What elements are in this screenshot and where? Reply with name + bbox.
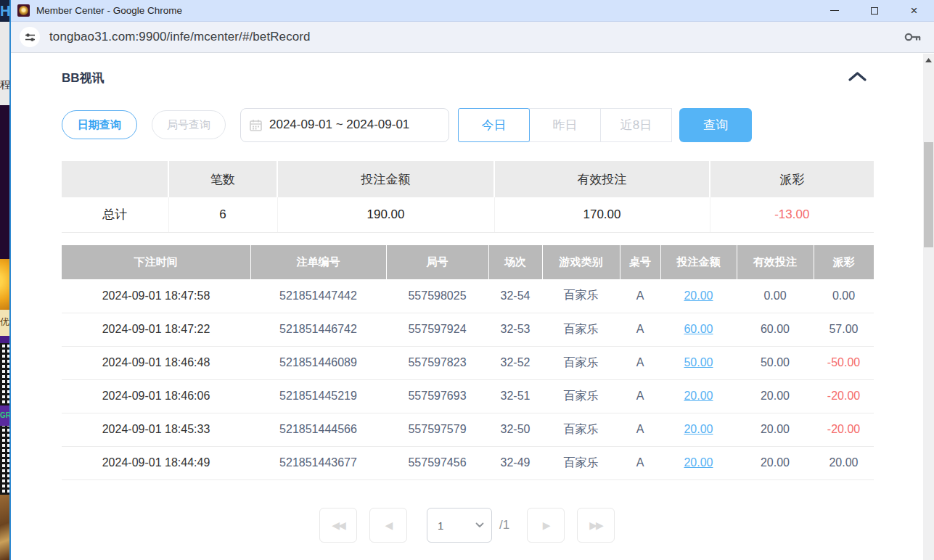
cell-table-no: A <box>620 379 660 413</box>
cell-order-no: 521851447442 <box>250 279 386 313</box>
chevron-down-icon <box>475 522 484 528</box>
cell-time: 2024-09-01 18:45:33 <box>62 413 250 446</box>
bet-amount-link[interactable]: 20.00 <box>684 423 713 435</box>
yesterday-button[interactable]: 昨日 <box>529 108 601 142</box>
cell-time: 2024-09-01 18:46:06 <box>62 379 250 413</box>
date-range-picker[interactable]: 2024-09-01 ~ 2024-09-01 <box>240 108 449 142</box>
close-button[interactable]: × <box>894 0 934 22</box>
address-bar[interactable]: tongbao31.com:9900/infe/mcenter/#/betRec… <box>11 22 934 53</box>
strip-photo <box>0 495 9 560</box>
last8days-button[interactable]: 近8日 <box>600 108 672 142</box>
cell-payout: 20.00 <box>814 446 874 479</box>
cell-payout: -50.00 <box>814 346 874 379</box>
scrollbar-up-button[interactable] <box>923 54 934 66</box>
cell-round-no: 557597456 <box>386 446 488 479</box>
strip-beige-text: 优 <box>0 310 9 336</box>
col-order-no: 注单编号 <box>250 245 386 279</box>
cell-table-no: A <box>620 413 660 446</box>
cell-time: 2024-09-01 18:47:58 <box>62 279 250 313</box>
cell-valid: 50.00 <box>737 346 814 379</box>
cell-game: 百家乐 <box>542 346 620 379</box>
round-query-tab[interactable]: 局号查询 <box>152 110 226 139</box>
page-select-value: 1 <box>438 519 475 532</box>
summary-count-value: 6 <box>168 197 277 232</box>
cell-valid: 20.00 <box>737 446 814 479</box>
cell-bet: 20.00 <box>660 413 737 446</box>
col-bet-time: 下注时间 <box>62 245 250 279</box>
quick-range-group: 今日 昨日 近8日 <box>458 108 672 142</box>
cell-time: 2024-09-01 18:47:22 <box>62 313 250 346</box>
col-session: 场次 <box>488 245 542 279</box>
cell-session: 32-50 <box>488 413 542 446</box>
url-text[interactable]: tongbao31.com:9900/infe/mcenter/#/betRec… <box>49 30 311 44</box>
next-page-button[interactable]: ▶ <box>527 508 565 543</box>
summary-total-row: 总计 6 190.00 170.00 -13.00 <box>62 197 874 232</box>
scrollbar-thumb[interactable] <box>924 142 933 247</box>
summary-header-blank <box>62 161 168 197</box>
cell-round-no: 557597823 <box>386 346 488 379</box>
site-settings-button[interactable] <box>20 27 40 47</box>
maximize-button[interactable] <box>854 0 894 22</box>
site-favicon-icon <box>17 4 30 17</box>
window-titlebar[interactable]: Member Center - Google Chrome × <box>11 0 934 22</box>
cell-bet: 50.00 <box>660 346 737 379</box>
cell-round-no: 557597924 <box>386 313 488 346</box>
underlying-window-strip: H 程 优 GR <box>0 0 9 560</box>
summary-header-payout: 派彩 <box>710 161 874 197</box>
cell-table-no: A <box>620 446 660 479</box>
chevron-up-icon <box>848 71 867 82</box>
summary-valid-bet-value: 170.00 <box>494 197 710 232</box>
col-table-no: 桌号 <box>620 245 660 279</box>
vertical-scrollbar[interactable] <box>923 54 934 560</box>
cell-bet: 20.00 <box>660 446 737 479</box>
cell-session: 32-49 <box>488 446 542 479</box>
bet-amount-link[interactable]: 20.00 <box>684 289 713 302</box>
cell-game: 百家乐 <box>542 413 620 446</box>
col-round-no: 局号 <box>386 245 488 279</box>
minimize-icon <box>830 10 839 11</box>
cell-valid: 20.00 <box>737 413 814 446</box>
cell-order-no: 521851444566 <box>250 413 386 446</box>
cell-valid: 0.00 <box>737 279 814 313</box>
search-button[interactable]: 查询 <box>679 108 752 142</box>
date-query-tab[interactable]: 日期查询 <box>62 110 137 139</box>
bet-amount-link[interactable]: 20.00 <box>684 390 713 402</box>
bet-amount-link[interactable]: 60.00 <box>684 323 713 335</box>
minimize-button[interactable] <box>814 0 854 22</box>
page-content: BB视讯 日期查询 局号查询 2024-09-01 ~ 2024-09-01 <box>11 54 934 560</box>
bet-amount-link[interactable]: 20.00 <box>684 456 713 469</box>
strip-qr-code <box>0 343 9 405</box>
cell-bet: 20.00 <box>660 279 737 313</box>
window-controls: × <box>814 0 934 22</box>
bet-record-row: 2024-09-01 18:46:48521851446089557597823… <box>62 346 874 379</box>
cell-payout: 0.00 <box>814 279 874 313</box>
bet-records-table: 下注时间 注单编号 局号 场次 游戏类别 桌号 投注金额 有效投注 派彩 202… <box>62 245 874 480</box>
cell-order-no: 521851445219 <box>250 379 386 413</box>
col-valid-bet: 有效投注 <box>737 245 814 279</box>
bet-amount-link[interactable]: 50.00 <box>684 356 713 368</box>
summary-table: 笔数 投注金额 有效投注 派彩 总计 6 190.00 170.00 -13.0… <box>62 161 874 233</box>
cell-time: 2024-09-01 18:44:49 <box>62 446 250 479</box>
last-page-button[interactable]: ▶▶ <box>577 508 615 543</box>
maximize-icon <box>871 7 878 15</box>
tune-icon <box>25 32 36 43</box>
password-manager-button[interactable] <box>904 31 922 43</box>
strip-gold-image <box>0 259 9 310</box>
summary-header-valid-bet: 有效投注 <box>494 161 710 197</box>
cell-round-no: 557598025 <box>386 279 488 313</box>
col-payout: 派彩 <box>814 245 874 279</box>
cell-round-no: 557597579 <box>386 413 488 446</box>
strip-letter: H <box>0 0 9 22</box>
today-button[interactable]: 今日 <box>458 108 530 142</box>
cell-game: 百家乐 <box>542 446 620 479</box>
total-pages-label: /1 <box>499 518 509 532</box>
cell-table-no: A <box>620 346 660 379</box>
date-range-value: 2024-09-01 ~ 2024-09-01 <box>269 118 409 132</box>
prev-page-button[interactable]: ◀ <box>369 508 407 543</box>
first-page-button[interactable]: ◀◀ <box>319 508 357 543</box>
page-select[interactable]: 1 <box>427 508 492 543</box>
cell-bet: 60.00 <box>660 313 737 346</box>
cell-time: 2024-09-01 18:46:48 <box>62 346 250 379</box>
collapse-section-button[interactable] <box>848 71 867 85</box>
bet-record-row: 2024-09-01 18:44:49521851443677557597456… <box>62 446 874 479</box>
